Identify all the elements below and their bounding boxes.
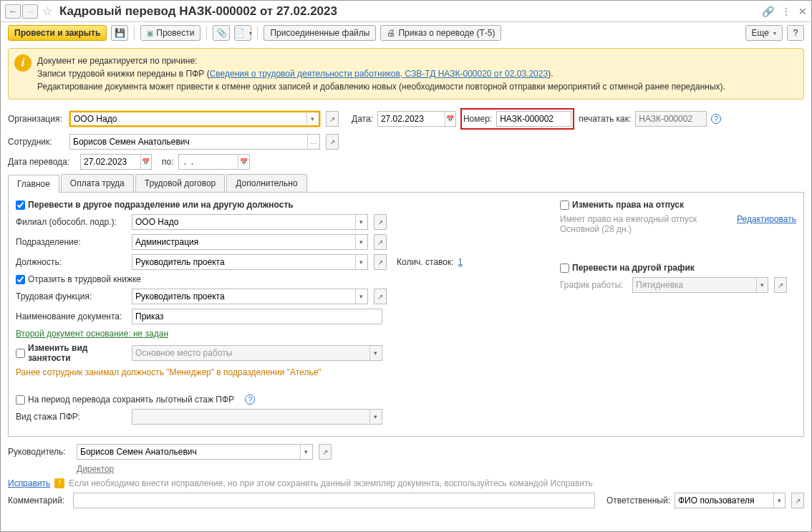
dropdown-icon[interactable]: ▾ [300,445,312,459]
dept-input[interactable] [132,236,355,248]
chk-schedule[interactable]: Перевести на другой график [560,263,695,273]
open-icon[interactable]: ↗ [374,234,387,250]
open-icon[interactable]: ↗ [326,134,339,150]
open-icon[interactable]: ↗ [374,214,387,230]
open-icon[interactable]: ↗ [319,444,332,460]
link-icon[interactable]: 🔗 [762,6,774,17]
dropdown-icon[interactable]: ▾ [369,346,382,360]
rates-link[interactable]: 1 [458,257,463,267]
chk-workbook[interactable]: Отразить в трудовой книжке [16,274,141,284]
close-icon[interactable]: ✕ [798,6,807,17]
print-as-field[interactable] [635,111,707,127]
post-button[interactable]: ▣Провести [140,25,200,41]
attached-files-button[interactable]: Присоединенные файлы [264,25,376,41]
head-input[interactable] [77,445,300,458]
back-button[interactable]: ← [5,4,21,19]
tab-main[interactable]: Главное [8,175,59,193]
date-input[interactable] [378,112,445,125]
number-input[interactable] [497,112,571,125]
dropdown-icon[interactable]: ▾ [369,410,382,424]
func-field[interactable]: ▾ [132,289,368,304]
comment-field[interactable] [73,493,595,508]
open-icon[interactable]: ↗ [374,254,387,270]
date-field[interactable]: 📅 [377,111,456,127]
number-field[interactable] [496,111,571,127]
tab-contract[interactable]: Трудовой договор [135,174,225,192]
post-and-close-button[interactable]: Провести и закрыть [8,25,107,41]
tab-payment[interactable]: Оплата труда [61,174,134,192]
fix-note: Если необходимо внести исправление, но п… [69,478,593,488]
org-field[interactable]: ▾ [69,111,320,127]
post-icon: ▣ [147,29,153,37]
docname-label: Наименование документа: [16,311,127,321]
to-date-field[interactable]: 📅 [178,154,250,170]
chk-vacation-box[interactable] [560,200,569,210]
chk-employment[interactable]: Изменить вид занятости [16,343,127,363]
help-icon[interactable]: ? [711,114,721,124]
select-icon[interactable]: … [307,135,319,149]
chk-schedule-label: Перевести на другой график [572,263,695,273]
help-button[interactable]: ? [787,25,804,41]
dropdown-icon[interactable]: ▾ [756,278,768,292]
save-button[interactable]: 💾 [111,25,128,41]
tab-additional[interactable]: Дополнительно [226,174,306,192]
dropdown-icon[interactable]: ▾ [355,289,367,304]
dept-field[interactable]: ▾ [132,234,368,250]
help-icon[interactable]: ? [245,395,255,405]
responsible-input[interactable] [675,494,773,507]
filial-input[interactable] [132,216,355,228]
chk-pfr-box[interactable] [16,395,25,405]
head-role-link[interactable]: Директор [77,464,114,474]
chk-transfer-box[interactable] [16,200,25,210]
fix-link[interactable]: Исправить [8,478,50,488]
to-date-input[interactable] [179,155,238,168]
org-input[interactable] [71,112,306,125]
dropdown-icon[interactable]: ▾ [355,255,367,269]
func-input[interactable] [132,290,355,303]
calendar-icon[interactable]: 📅 [140,155,151,169]
chk-employment-box[interactable] [16,349,25,358]
menu-icon[interactable]: ⋮ [781,6,791,17]
separator [206,26,207,40]
more-button[interactable]: Еще [745,25,783,41]
dropdown-icon[interactable]: ▾ [773,493,785,508]
comment-label: Комментарий: [8,495,69,506]
chk-transfer[interactable]: Перевести в другое подразделение или на … [16,200,294,210]
second-doc-link[interactable]: Второй документ основание: не задан [16,329,168,339]
docname-input[interactable] [132,310,382,323]
chk-vacation[interactable]: Изменить права на отпуск [560,200,684,210]
responsible-field[interactable]: ▾ [675,493,786,508]
create-based-button[interactable]: 📄 [234,25,251,41]
transfer-date-input[interactable] [81,155,140,168]
forward-button[interactable]: → [22,4,38,19]
docname-field[interactable] [132,309,382,324]
favorite-icon[interactable]: ☆ [42,4,57,18]
open-icon[interactable]: ↗ [774,277,787,293]
transfer-date-field[interactable]: 📅 [80,154,152,170]
calendar-icon[interactable]: 📅 [238,155,248,169]
print-as-input[interactable] [636,112,706,125]
position-field[interactable]: ▾ [132,254,368,270]
position-input[interactable] [132,256,355,269]
employee-field[interactable]: … [69,134,320,150]
open-icon[interactable]: ↗ [374,289,387,304]
comment-input[interactable] [74,494,594,507]
calendar-icon[interactable]: 📅 [445,112,455,126]
transfer-order-button[interactable]: 🖨Приказ о переводе (Т-5) [380,25,501,41]
notice-link[interactable]: Сведения о трудовой деятельности работни… [210,69,548,79]
edit-vacation-link[interactable]: Редактировать [737,214,796,224]
dropdown-icon[interactable]: ▾ [355,235,367,249]
chk-schedule-box[interactable] [560,263,569,273]
open-icon[interactable]: ↗ [326,111,339,127]
dropdown-icon[interactable]: ▾ [306,112,319,126]
attach-button[interactable]: 📎 [213,25,230,41]
head-field[interactable]: ▾ [77,444,313,460]
chk-pfr[interactable]: На период перевода сохранять льготный ст… [16,395,234,405]
employee-input[interactable] [70,135,307,148]
schedule-label: График работы: [560,280,628,290]
tabs: Главное Оплата труда Трудовой договор До… [8,174,804,193]
chk-workbook-box[interactable] [16,275,25,284]
open-icon[interactable]: ↗ [791,493,804,508]
filial-field[interactable]: ▾ [132,214,368,230]
dropdown-icon[interactable]: ▾ [355,215,367,229]
